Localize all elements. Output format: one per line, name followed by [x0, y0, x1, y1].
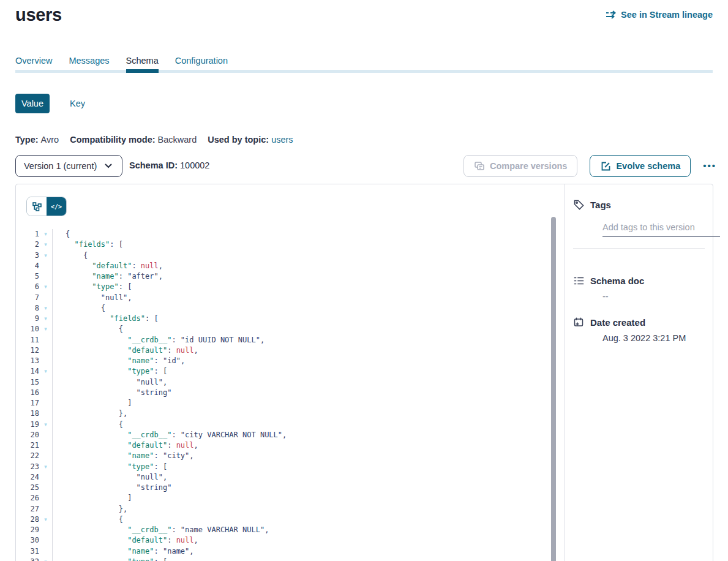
code-line: 11 "__crdb__": "id UUID NOT NULL",	[16, 335, 551, 345]
schema-meta: Type:Avro Compatibility mode:Backward Us…	[15, 135, 293, 145]
code-line: 14▾ "type": [	[16, 366, 551, 377]
code-line: 7 "null",	[16, 293, 551, 303]
code-line: 13 "name": "id",	[16, 356, 551, 366]
code-line: 5 "name": "after",	[16, 271, 551, 282]
compatibility-field: Compatibility mode:Backward	[70, 135, 197, 145]
evolve-schema-label: Evolve schema	[616, 161, 680, 171]
code-editor-lines[interactable]: 1▾{2▾ "fields": [3▾ {4 "default": null,5…	[16, 229, 551, 561]
code-line: 8▾ {	[16, 303, 551, 314]
schema-doc-heading-label: Schema doc	[590, 276, 644, 286]
code-line: 9▾ "fields": [	[16, 314, 551, 324]
tabstrip	[15, 70, 713, 73]
key-toggle-button[interactable]: Key	[70, 99, 85, 108]
edit-icon	[600, 160, 611, 171]
code-line: 29 "__crdb__": "name VARCHAR NULL",	[16, 525, 551, 535]
value-toggle-button[interactable]: Value	[15, 94, 50, 113]
more-options-button[interactable]: •••	[703, 155, 716, 177]
tab-schema[interactable]: Schema	[126, 56, 159, 73]
tab-overview[interactable]: Overview	[15, 56, 52, 73]
code-view-button[interactable]: </>	[47, 197, 66, 216]
code-line: 2▾ "fields": [	[16, 239, 551, 250]
compatibility-label: Compatibility mode:	[70, 135, 155, 145]
code-line: 24 "null",	[16, 472, 551, 483]
code-line: 20 "__crdb__": "city VARCHAR NOT NULL",	[16, 430, 551, 440]
schema-panel: </> 1▾{2▾ "fields": [3▾ {4 "default": nu…	[15, 184, 713, 561]
used-by-topic-label: Used by topic:	[208, 135, 269, 145]
date-created-heading: Date created	[573, 317, 645, 328]
topic-link[interactable]: users	[271, 135, 293, 145]
schema-sidebar: Tags Schema doc --	[565, 184, 713, 561]
evolve-schema-button[interactable]: Evolve schema	[590, 155, 691, 177]
schema-doc-value: --	[602, 292, 609, 301]
type-field: Type:Avro	[15, 135, 59, 145]
list-icon	[573, 275, 584, 286]
code-line: 30 "default": null,	[16, 535, 551, 546]
tag-icon	[573, 199, 584, 210]
value-key-toggle: Value Key	[15, 94, 85, 113]
tab-messages[interactable]: Messages	[69, 56, 109, 73]
add-tags-input[interactable]	[602, 218, 720, 237]
code-line: 17 ]	[16, 398, 551, 409]
code-line: 27 },	[16, 504, 551, 514]
page-title: users	[15, 5, 62, 25]
tags-section-heading: Tags	[573, 199, 611, 210]
code-line: 3▾ {	[16, 250, 551, 261]
code-line: 32▾ "type": [	[16, 557, 551, 561]
chevron-down-icon	[103, 160, 114, 171]
date-created-value: Aug. 3 2022 3:21 PM	[602, 333, 686, 343]
code-line: 28▾ {	[16, 514, 551, 525]
stream-lineage-label: See in Stream lineage	[621, 10, 713, 20]
code-line: 15 "null",	[16, 377, 551, 388]
code-line: 16 "string"	[16, 388, 551, 398]
code-line: 31 "name": "name",	[16, 546, 551, 557]
tab-bar: Overview Messages Schema Configuration	[15, 56, 713, 73]
sidebar-rule	[573, 248, 705, 249]
schema-id-label: Schema ID:	[129, 160, 178, 170]
code-line: 25 "string"	[16, 483, 551, 493]
compatibility-value: Backward	[158, 135, 197, 145]
schema-id-field: Schema ID: 100002	[129, 160, 209, 170]
view-toggle: </>	[26, 197, 67, 216]
version-bar: Version 1 (current) Schema ID: 100002 Co…	[15, 155, 716, 177]
code-line: 6▾ "type": [	[16, 282, 551, 292]
schema-doc-heading: Schema doc	[573, 275, 644, 286]
tags-heading-label: Tags	[590, 200, 611, 210]
type-value: Avro	[41, 135, 59, 145]
compare-versions-icon	[474, 160, 485, 171]
code-line: 12 "default": null,	[16, 345, 551, 356]
code-line: 23▾ "type": [	[16, 462, 551, 472]
code-scrollbar[interactable]	[551, 217, 556, 561]
code-line: 22 "name": "city",	[16, 451, 551, 461]
code-line: 4 "default": null,	[16, 261, 551, 271]
version-select-value: Version 1 (current)	[24, 161, 97, 171]
date-created-heading-label: Date created	[590, 317, 645, 328]
tree-view-button[interactable]	[27, 197, 47, 216]
code-line: 1▾{	[16, 229, 551, 239]
code-line: 26 ]	[16, 493, 551, 503]
stream-lineage-icon	[606, 9, 617, 20]
stream-lineage-link[interactable]: See in Stream lineage	[606, 9, 713, 20]
code-line: 21 "default": null,	[16, 440, 551, 451]
calendar-icon	[573, 317, 584, 328]
code-line: 10▾ {	[16, 324, 551, 334]
used-by-topic-field: Used by topic:users	[208, 135, 293, 145]
code-line: 19▾ {	[16, 420, 551, 430]
version-select[interactable]: Version 1 (current)	[15, 155, 122, 177]
compare-versions-button[interactable]: Compare versions	[463, 155, 578, 177]
code-view-icon: </>	[51, 203, 62, 210]
tree-view-icon	[31, 201, 42, 212]
compare-versions-label: Compare versions	[490, 161, 568, 171]
schema-id-value: 100002	[180, 160, 209, 170]
type-label: Type:	[15, 135, 39, 145]
code-line: 18 },	[16, 409, 551, 419]
tab-configuration[interactable]: Configuration	[175, 56, 228, 73]
